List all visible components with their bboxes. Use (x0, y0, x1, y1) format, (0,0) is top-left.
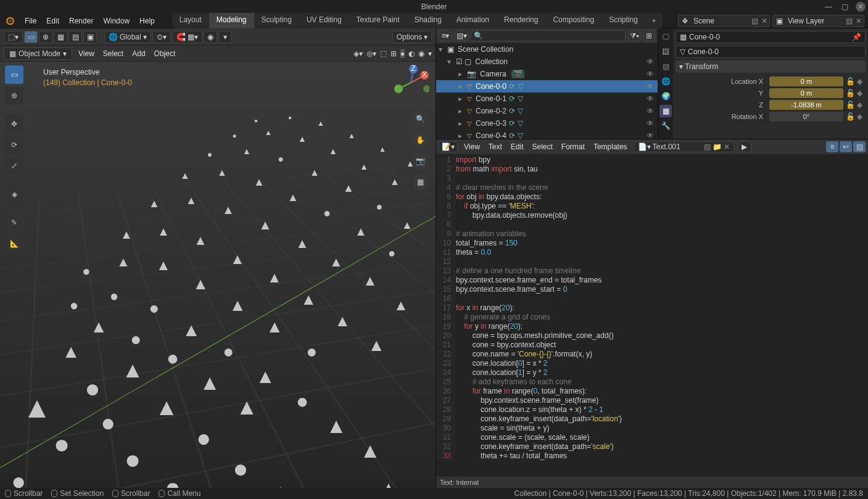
lock-icon[interactable]: 🔓 (846, 77, 854, 86)
props-tab-scene[interactable]: 🌐 (659, 75, 672, 88)
mesh-cone[interactable]: ▲ (360, 162, 368, 171)
measure-tool[interactable]: 📐 (5, 234, 23, 253)
mesh-cone[interactable]: ▲ (379, 145, 386, 154)
snap3-icon[interactable]: ▣ (83, 31, 97, 43)
mesh-cone[interactable]: ● (223, 341, 234, 362)
object-menu[interactable]: Object (152, 49, 178, 58)
minimize-icon[interactable]: — (824, 2, 833, 12)
menu-render[interactable]: Render (69, 17, 93, 25)
mesh-cone[interactable]: ▲ (363, 272, 378, 289)
mesh-cone[interactable]: ▲ (343, 182, 354, 195)
props-tab-world[interactable]: 🌍 (659, 90, 672, 102)
mesh-cone[interactable]: ▲ (329, 254, 343, 270)
mesh-cone[interactable]: ▲ (298, 134, 307, 144)
mesh-cone[interactable]: ▲ (155, 394, 178, 421)
shading-dd-icon[interactable]: ▾ (428, 49, 432, 58)
workspace-tab-modeling[interactable]: Modeling (209, 13, 254, 28)
close-icon[interactable]: ✕ (856, 2, 866, 12)
mesh-cone[interactable]: ▲ (267, 269, 282, 286)
props-tab-output[interactable]: 🖼 (659, 46, 672, 58)
syntax-toggle[interactable]: ▤ (853, 141, 866, 152)
mesh-cone[interactable]: ▲ (217, 167, 227, 178)
pivot-dropdown[interactable]: ⊙▾ (152, 31, 171, 43)
workspace-tab-texture-paint[interactable]: Texture Paint (349, 13, 407, 28)
outliner-collection[interactable]: ▾☑ ▢ Collection👁 (436, 56, 658, 68)
cursor-tool[interactable]: ⊕ (5, 86, 23, 105)
workspace-tab-sculpting[interactable]: Sculpting (254, 13, 299, 28)
mesh-cone[interactable]: ● (167, 346, 180, 370)
run-script-button[interactable]: ▶ (738, 141, 751, 152)
mesh-cone[interactable]: ▲ (242, 146, 251, 156)
mesh-cone[interactable]: ● (101, 409, 115, 437)
mesh-cone[interactable]: ▲ (296, 236, 309, 252)
te-edit-menu[interactable]: Edit (508, 142, 526, 151)
workspace-tab-uv-editing[interactable]: UV Editing (299, 13, 349, 28)
viewlayer-input[interactable] (785, 17, 844, 25)
props-object-name[interactable]: ▽ Cone-0-0 (676, 46, 866, 58)
mesh-cone[interactable]: ▲ (117, 254, 130, 270)
scene-browse-icon[interactable]: ▤ (750, 16, 759, 26)
filter-icon[interactable]: ⧩▾ (628, 30, 640, 41)
code-area[interactable]: 1import bpy2from math import sin, tau34#… (436, 154, 868, 477)
zoom-icon[interactable]: 🔍 (412, 111, 428, 127)
mesh-cone[interactable]: ● (278, 154, 284, 165)
mesh-cone[interactable]: ▲ (149, 197, 160, 210)
scene-close-icon[interactable]: ✕ (759, 16, 769, 26)
mesh-cone[interactable]: ▲ (22, 390, 52, 424)
mesh-cone[interactable]: ▲ (186, 194, 197, 207)
rotate-tool[interactable]: ⟳ (5, 136, 23, 154)
mesh-cone[interactable]: ▲ (62, 341, 80, 362)
layer-close-icon[interactable]: ✕ (854, 16, 864, 26)
te-text-menu[interactable]: Text (486, 142, 505, 151)
mesh-cone[interactable]: ▲ (310, 167, 320, 178)
pan-icon[interactable]: ✋ (412, 132, 428, 148)
outliner-search[interactable]: 🔍 (471, 30, 626, 41)
mesh-cone[interactable]: ▲ (368, 336, 385, 355)
eye-icon[interactable]: 👁 (647, 70, 654, 78)
workspace-tab-scripting[interactable]: Scripting (601, 13, 645, 28)
snap-icon[interactable]: ▦ (54, 31, 67, 43)
outliner-item[interactable]: ▸▽ Cone-0-2 ⟳ ▽👁 (436, 105, 658, 117)
select-menu[interactable]: Select (101, 49, 126, 58)
workspace-tab-shading[interactable]: Shading (407, 13, 449, 28)
options-button[interactable]: Options ▾ (392, 31, 432, 43)
menu-file[interactable]: File (25, 17, 36, 25)
te-view-menu[interactable]: View (461, 142, 482, 151)
mesh-cone[interactable]: ▲ (355, 225, 367, 239)
eye-icon[interactable]: 👁 (647, 82, 654, 91)
mesh-cone[interactable]: ● (85, 374, 100, 403)
mesh-cone[interactable]: ▲ (268, 479, 294, 488)
props-tab-viewlayer[interactable]: ▤ (659, 60, 672, 73)
loc-z-value[interactable]: -1.0838 m (769, 100, 843, 110)
mesh-cone[interactable]: ▲ (258, 217, 272, 233)
mesh-cone[interactable]: ▲ (326, 414, 347, 438)
menu-window[interactable]: Window (103, 17, 130, 25)
xray-icon[interactable]: ⬚ (380, 49, 387, 58)
mesh-cone[interactable]: ● (54, 429, 70, 460)
mesh-cone[interactable]: ● (288, 114, 292, 121)
mesh-cone[interactable]: ▲ (329, 146, 337, 156)
mesh-cone[interactable]: ● (232, 131, 236, 140)
mesh-cone[interactable]: ● (130, 329, 141, 350)
mesh-cone[interactable]: ▲ (265, 128, 272, 137)
te-templates-menu[interactable]: Templates (591, 142, 630, 151)
mesh-cone[interactable]: ▲ (236, 394, 258, 420)
workspace-tab-compositing[interactable]: Compositing (545, 13, 601, 28)
select-tool-icon[interactable]: ▭ (24, 31, 38, 43)
mesh-cone[interactable]: ▲ (348, 131, 355, 140)
proportional-icon[interactable]: ◉ (204, 31, 217, 43)
orientation-dropdown[interactable]: 🌐 Global ▾ (104, 31, 151, 43)
shading-render-icon[interactable]: ◉ (418, 49, 424, 58)
props-tab-modifiers[interactable]: 🔧 (659, 120, 672, 132)
outliner-editor-type[interactable]: ≡▾ (439, 30, 452, 41)
mesh-cone[interactable]: ▲ (300, 290, 316, 309)
mesh-cone[interactable]: ▲ (254, 176, 265, 189)
props-tab-render[interactable]: 🖵 (659, 31, 672, 43)
mesh-cone[interactable]: ● (196, 424, 211, 452)
outliner-item[interactable]: ▸▽ Cone-0-1 ⟳ ▽👁 (436, 93, 658, 105)
move-tool[interactable]: ✥ (5, 115, 23, 133)
mesh-cone[interactable]: ● (306, 341, 317, 362)
mesh-cone[interactable]: ▲ (390, 176, 400, 188)
mesh-cone[interactable]: ▲ (230, 250, 245, 268)
viewlayer-field[interactable]: ▣ ▤ ✕ (772, 15, 864, 27)
